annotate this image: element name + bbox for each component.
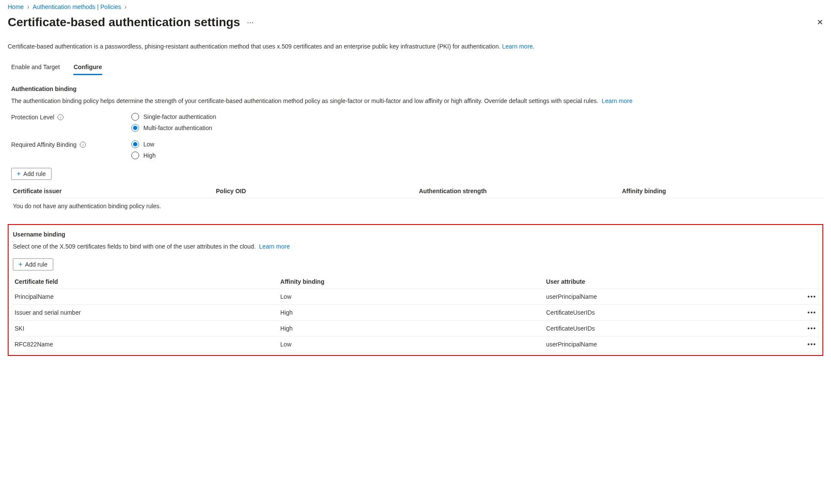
radio-label: High [143, 152, 156, 159]
radio-single-factor[interactable]: Single-factor authentication [131, 113, 216, 121]
cell-affinity: High [279, 321, 544, 337]
info-icon[interactable]: i [80, 142, 86, 148]
add-rule-label: Add rule [23, 170, 45, 177]
username-binding-description: Select one of the X.509 certificates fie… [13, 243, 818, 250]
breadcrumb-auth-methods[interactable]: Authentication methods | Policies [33, 3, 121, 10]
table-row: Issuer and serial number High Certificat… [13, 305, 818, 321]
more-icon[interactable]: ⋯ [247, 18, 254, 27]
col-certificate-field: Certificate field [13, 275, 279, 289]
breadcrumb-home[interactable]: Home [8, 3, 24, 10]
tab-enable-and-target[interactable]: Enable and Target [11, 60, 60, 75]
more-icon[interactable]: ••• [807, 293, 816, 300]
page-description: Certificate-based authentication is a pa… [8, 43, 823, 50]
radio-multi-factor[interactable]: Multi-factor authentication [131, 124, 216, 132]
table-row: RFC822Name Low userPrincipalName ••• [13, 337, 818, 352]
cell-user-attribute: CertificateUserIDs [544, 305, 797, 321]
table-row: SKI High CertificateUserIDs ••• [13, 321, 818, 337]
col-auth-strength: Authentication strength [417, 184, 620, 198]
radio-icon [131, 124, 139, 132]
protection-level-radio-group: Single-factor authentication Multi-facto… [131, 113, 216, 132]
col-policy-oid: Policy OID [214, 184, 417, 198]
col-affinity-binding: Affinity binding [620, 184, 823, 198]
username-binding-learn-more[interactable]: Learn more [259, 243, 290, 250]
auth-binding-table: Certificate issuer Policy OID Authentica… [11, 184, 823, 214]
learn-more-link[interactable]: Learn more [502, 43, 533, 50]
chevron-right-icon: › [124, 3, 127, 10]
col-user-attribute: User attribute [544, 275, 797, 289]
col-affinity-binding: Affinity binding [279, 275, 544, 289]
affinity-binding-radio-group: Low High [131, 140, 156, 159]
radio-icon [131, 140, 139, 148]
cell-affinity: Low [279, 289, 544, 305]
plus-icon: + [17, 170, 21, 178]
more-icon[interactable]: ••• [807, 325, 816, 332]
cell-affinity: Low [279, 337, 544, 352]
username-binding-table: Certificate field Affinity binding User … [13, 275, 818, 352]
radio-affinity-low[interactable]: Low [131, 140, 156, 148]
radio-label: Multi-factor authentication [143, 124, 212, 131]
protection-level-label: Protection Level [11, 114, 54, 121]
auth-binding-learn-more[interactable]: Learn more [602, 97, 633, 104]
affinity-binding-row: Required Affinity Binding i Low High [11, 140, 823, 159]
tab-configure[interactable]: Configure [73, 60, 102, 75]
cell-user-attribute: CertificateUserIDs [544, 321, 797, 337]
more-icon[interactable]: ••• [807, 341, 816, 348]
cell-certificate-field: RFC822Name [13, 337, 279, 352]
affinity-binding-label: Required Affinity Binding [11, 141, 76, 148]
radio-icon [131, 113, 139, 121]
radio-label: Single-factor authentication [143, 113, 216, 120]
breadcrumb: Home › Authentication methods | Policies… [8, 3, 823, 10]
radio-label: Low [143, 141, 155, 148]
protection-level-row: Protection Level i Single-factor authent… [11, 113, 823, 132]
radio-affinity-high[interactable]: High [131, 152, 156, 159]
title-row: Certificate-based authentication setting… [8, 15, 823, 29]
tabs: Enable and Target Configure [8, 60, 823, 75]
cell-certificate-field: SKI [13, 321, 279, 337]
cell-user-attribute: userPrincipalName [544, 337, 797, 352]
auth-binding-title: Authentication binding [11, 85, 823, 92]
cell-certificate-field: Issuer and serial number [13, 305, 279, 321]
more-icon[interactable]: ••• [807, 309, 816, 316]
cell-certificate-field: PrincipalName [13, 289, 279, 305]
cell-user-attribute: userPrincipalName [544, 289, 797, 305]
table-row: PrincipalName Low userPrincipalName ••• [13, 289, 818, 305]
auth-binding-empty: You do not have any authentication bindi… [11, 198, 823, 214]
auth-binding-description: The authentication binding policy helps … [11, 97, 823, 104]
plus-icon: + [18, 261, 22, 268]
chevron-right-icon: › [27, 3, 29, 10]
username-binding-section: Username binding Select one of the X.509… [8, 224, 823, 356]
add-rule-button-username-binding[interactable]: + Add rule [13, 258, 53, 270]
username-binding-title: Username binding [13, 231, 818, 238]
description-text: Certificate-based authentication is a pa… [8, 43, 500, 50]
info-icon[interactable]: i [58, 114, 64, 120]
page-title: Certificate-based authentication setting… [8, 15, 240, 29]
radio-icon [131, 152, 139, 159]
col-certificate-issuer: Certificate issuer [11, 184, 214, 198]
add-rule-button-auth-binding[interactable]: + Add rule [11, 168, 52, 180]
close-icon[interactable]: ✕ [817, 18, 823, 27]
add-rule-label: Add rule [25, 261, 47, 268]
cell-affinity: High [279, 305, 544, 321]
